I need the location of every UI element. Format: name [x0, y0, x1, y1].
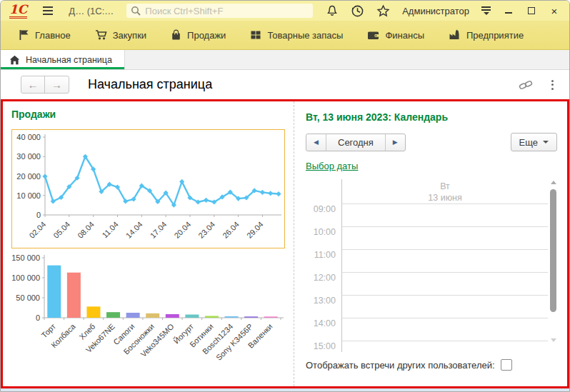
- svg-text:40 000: 40 000: [16, 133, 41, 141]
- calendar-rows: 09:0010:0011:0012:0013:0014:0015:00: [306, 203, 548, 352]
- time-label: 11:00: [306, 249, 341, 272]
- more-menu-icon[interactable]: [551, 80, 554, 90]
- flag-icon: [19, 29, 29, 41]
- history-icon[interactable]: [351, 4, 364, 18]
- calendar-toolbar: ◀ Сегодня ▶ Еще: [306, 133, 557, 151]
- date-picker-link[interactable]: Выбор даты: [306, 161, 358, 171]
- time-label: 15:00: [306, 341, 341, 352]
- svg-text:50 000: 50 000: [16, 293, 40, 302]
- svg-text:23.04: 23.04: [196, 220, 216, 240]
- prev-day-button[interactable]: ◀: [306, 134, 326, 151]
- svg-text:150 000: 150 000: [11, 253, 40, 262]
- scrollbar-thumb[interactable]: [550, 189, 556, 312]
- today-button[interactable]: Сегодня: [326, 134, 386, 151]
- calendar-hour-row: 12:00: [306, 272, 548, 295]
- calendar-slot[interactable]: [341, 272, 548, 295]
- search-input[interactable]: [145, 6, 309, 16]
- section-glavnoe[interactable]: Главное: [9, 21, 86, 49]
- bag-icon: [171, 29, 181, 41]
- service-settings-icon[interactable]: [481, 6, 491, 15]
- time-label: 14:00: [306, 318, 341, 341]
- maximize-button[interactable]: [524, 4, 539, 18]
- calendar-slot[interactable]: [341, 226, 548, 249]
- day-of-week-label: Вт: [342, 181, 548, 192]
- calendar-hour-row: 10:00: [306, 226, 548, 249]
- section-zakupki[interactable]: Закупки: [86, 21, 161, 49]
- scroll-down-icon[interactable]: [551, 338, 556, 342]
- time-label: 10:00: [306, 226, 341, 249]
- calendar-scrollbar[interactable]: [549, 181, 557, 342]
- svg-text:20.04: 20.04: [172, 220, 192, 240]
- sales-bar-chart[interactable]: 050 000100 000150 000ТортКолбасаХлебVeko…: [11, 252, 285, 375]
- factory-icon: [449, 29, 461, 41]
- section-prodazhi[interactable]: Продажи: [161, 21, 241, 49]
- section-tovarnye-zapasy[interactable]: Товарные запасы: [241, 21, 358, 49]
- cart-icon: [95, 29, 107, 41]
- calendar-day-header: Вт 13 июня: [306, 179, 548, 203]
- calendar-hour-row: 15:00: [306, 341, 548, 352]
- sales-panel: Продажи 010 00020 00030 00040 00002.0405…: [3, 101, 294, 386]
- wallet-icon: [367, 30, 379, 41]
- page-header: ← → Начальная страница: [1, 70, 569, 99]
- back-button[interactable]: ←: [21, 76, 45, 93]
- calendar-hour-row: 14:00: [306, 318, 548, 341]
- svg-text:0: 0: [36, 211, 41, 219]
- sales-header: Продажи: [11, 109, 294, 120]
- time-label: 13:00: [306, 295, 341, 318]
- section-finansy[interactable]: Финансы: [358, 21, 439, 49]
- calendar-nav-group: ◀ Сегодня ▶: [306, 134, 406, 151]
- calendar-hour-row: 13:00: [306, 295, 548, 318]
- scroll-up-icon[interactable]: [551, 181, 556, 184]
- calendar-grid: Вт 13 июня 09:0010:0011:0012:0013:0014:0…: [306, 179, 557, 352]
- show-others-checkbox[interactable]: [501, 359, 512, 371]
- search-icon: [131, 6, 141, 16]
- show-others-label: Отображать встречи других пользователей:: [306, 360, 495, 371]
- get-link-icon[interactable]: [519, 79, 533, 91]
- section-predpriyatie[interactable]: Предприятие: [439, 21, 539, 49]
- calendar-slot[interactable]: [341, 249, 548, 272]
- history-nav-buttons: ← →: [21, 76, 69, 94]
- time-label: 12:00: [306, 272, 341, 295]
- calendar-panel: Вт, 13 июня 2023: Календарь ◀ Сегодня ▶ …: [294, 101, 567, 386]
- more-actions-button[interactable]: Еще: [511, 133, 557, 151]
- app-window: 1С Д… (1С:… Администратор × Главное Заку…: [0, 0, 570, 392]
- calendar-slot[interactable]: [341, 295, 548, 318]
- calendar-slot[interactable]: [341, 318, 548, 341]
- calendar-hour-row: 11:00: [306, 249, 548, 272]
- window-bottom-edge: [1, 388, 569, 391]
- svg-text:100 000: 100 000: [11, 273, 40, 282]
- show-others-row: Отображать встречи других пользователей:: [306, 359, 557, 371]
- svg-text:17.04: 17.04: [149, 220, 169, 240]
- global-search[interactable]: [126, 4, 313, 18]
- sales-line-chart[interactable]: 010 00020 00030 00040 00002.0405.0408.04…: [11, 129, 285, 248]
- tab-home-page[interactable]: Начальная страница: [1, 50, 125, 69]
- notifications-bell-icon[interactable]: [326, 4, 339, 17]
- next-day-button[interactable]: ▶: [386, 134, 405, 151]
- dropdown-arrow-icon: [543, 141, 549, 144]
- calendar-slot[interactable]: [341, 203, 548, 226]
- close-button[interactable]: ×: [546, 4, 562, 18]
- minimize-button[interactable]: [501, 4, 516, 18]
- day-date-label: 13 июня: [342, 192, 548, 203]
- home-page-content: Продажи 010 00020 00030 00040 00002.0405…: [1, 99, 569, 388]
- calendar-header: Вт, 13 июня 2023: Календарь: [306, 111, 557, 123]
- svg-text:10 000: 10 000: [16, 191, 41, 200]
- tab-bar: Начальная страница: [1, 50, 569, 70]
- favorites-star-icon[interactable]: [376, 4, 390, 18]
- current-user[interactable]: Администратор: [402, 6, 469, 16]
- calendar-slot[interactable]: [341, 341, 548, 352]
- svg-text:26.04: 26.04: [221, 220, 241, 240]
- svg-text:0: 0: [36, 313, 40, 322]
- svg-text:05.04: 05.04: [51, 220, 71, 240]
- calendar-hour-row: 09:00: [306, 203, 548, 226]
- time-label: 09:00: [306, 203, 341, 226]
- svg-text:11.04: 11.04: [101, 220, 120, 239]
- svg-text:08.04: 08.04: [76, 220, 96, 240]
- 1c-logo-icon: 1С: [9, 4, 27, 19]
- forward-button[interactable]: →: [45, 76, 69, 93]
- active-tab-underline: [1, 67, 124, 69]
- svg-text:14.04: 14.04: [124, 220, 144, 240]
- sections-panel: Главное Закупки Продажи Товарные запасы …: [1, 21, 569, 50]
- main-menu-icon[interactable]: [43, 6, 53, 15]
- svg-text:20 000: 20 000: [16, 172, 41, 181]
